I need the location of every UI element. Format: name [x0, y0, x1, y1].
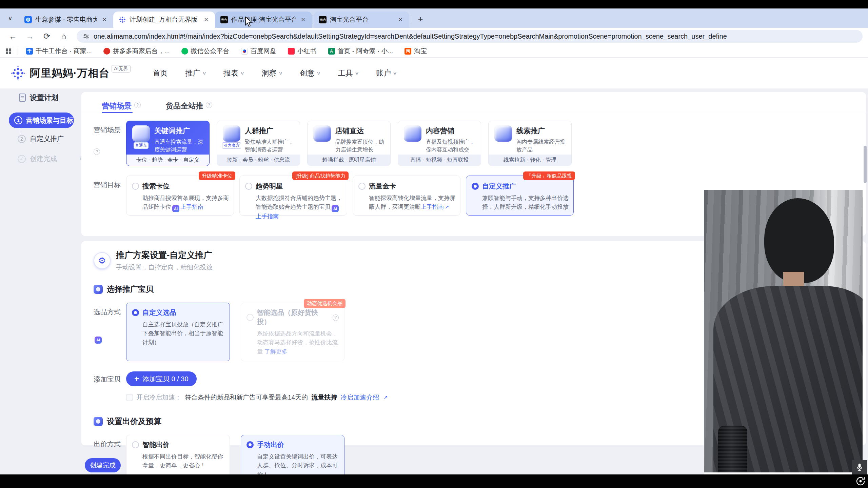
bookmark-aqisuo[interactable]: A 首页 - 阿奇索 · 小...: [328, 47, 393, 56]
scene-tags: 拉新 · 会员 · 粉丝 · 信息流: [217, 155, 300, 166]
nav-account[interactable]: 账户: [376, 68, 397, 78]
address-bar[interactable]: one.alimama.com/index.html#!/main/index?…: [77, 30, 863, 43]
goal-card-trend-star[interactable]: [升级] 商品找趋势能力 趋势明星 大数据挖掘符合店铺的趋势主题，智能选取贴合趋…: [239, 176, 347, 216]
magic-cube-icon: [223, 125, 240, 142]
radio-unselected[interactable]: [132, 183, 139, 190]
close-icon[interactable]: [202, 16, 210, 24]
brand-badge: AI无界: [112, 65, 130, 73]
apps-grid-icon[interactable]: [5, 48, 12, 54]
bookmark-pdd[interactable]: 拼多多商家后台，...: [103, 47, 170, 56]
window-top-bar: [0, 0, 868, 8]
bookmark-taobao[interactable]: 淘 淘宝: [405, 47, 427, 56]
radio-unselected[interactable]: [245, 183, 252, 190]
browser-tab-wanxiangtai-active[interactable]: 计划创建_万相台无界版: [113, 12, 215, 28]
browser-tab-guanghe-works[interactable]: 光合 作品管理-淘宝光合平台: [215, 12, 312, 28]
scene-card-leads[interactable]: 线索推广 淘内专属线索经营投放产品 线索拉新 · 转化 · 管理: [488, 121, 572, 166]
product-icon: [94, 285, 103, 294]
help-icon[interactable]: [206, 102, 212, 108]
radio-unselected[interactable]: [246, 314, 254, 321]
radio-selected[interactable]: [472, 183, 479, 190]
sidebar-step-scene-goal-active[interactable]: 1 营销场景与目标: [9, 113, 74, 128]
sidebar-step-custom-promo[interactable]: 2 自定义推广: [18, 134, 75, 143]
new-tab-icon[interactable]: [414, 12, 427, 26]
gear-icon: [94, 252, 111, 269]
goal-card-custom-promo[interactable]: 「升级」相似品跟投 自定义推广 兼顾智能与手动，支持多种出价选择；人群新升级，精…: [466, 176, 574, 216]
close-icon[interactable]: [299, 16, 307, 24]
radio-selected[interactable]: [132, 309, 139, 316]
cold-start-link[interactable]: 冷启加速介绍: [340, 393, 379, 402]
bookmark-baidupan[interactable]: 百度网盘: [241, 47, 276, 56]
url-text: one.alimama.com/index.html#!/main/index?…: [94, 33, 727, 40]
tab-sitewide-promo[interactable]: 货品全站推: [166, 101, 212, 113]
pick-option-smart[interactable]: 动态优选机会品 智能选品（原好货快投） 系统依据选品方向和流量机会，动态赛马选择…: [241, 303, 344, 361]
bookmark-qianniu[interactable]: 千 千牛工作台 · 商家...: [26, 47, 92, 56]
scrollbar-thumb[interactable]: [864, 146, 867, 183]
tune-icon: [83, 33, 90, 40]
create-complete-button[interactable]: 创建完成: [85, 458, 121, 472]
radio-unselected[interactable]: [132, 441, 139, 448]
scene-card-audience[interactable]: 引力魔方 人群推广 聚焦精准人群推广，智能消费者运营 拉新 · 会员 · 粉丝 …: [217, 121, 300, 166]
cold-start-checkbox[interactable]: [126, 394, 133, 401]
close-icon[interactable]: [396, 16, 405, 24]
divider: [18, 48, 18, 55]
close-icon[interactable]: [100, 16, 108, 24]
nav-tools[interactable]: 工具: [338, 68, 359, 78]
help-icon[interactable]: [333, 314, 339, 321]
chevron-down-icon: [355, 70, 359, 76]
chevron-down-icon: [240, 70, 244, 76]
record-sync-icon[interactable]: [855, 475, 866, 487]
scene-tags: 超强拦截 · 原明星店铺: [308, 155, 390, 166]
external-link-icon: [383, 394, 388, 401]
help-icon[interactable]: [94, 148, 100, 155]
radio-unselected[interactable]: [358, 183, 366, 190]
nav-reports[interactable]: 报表: [223, 68, 244, 78]
scene-card-shop-direct[interactable]: 店铺直达 品牌搜索置顶位，助力店铺生意增长 超强拦截 · 原明星店铺: [307, 121, 391, 166]
scene-tags: 线索拉新 · 转化 · 管理: [489, 155, 571, 166]
chevron-down-icon: [202, 70, 206, 76]
xiaohongshu-favicon: [288, 48, 295, 55]
tab-search-icon[interactable]: ∨: [3, 12, 17, 25]
help-icon[interactable]: [134, 102, 141, 108]
guide-link[interactable]: 上手指南: [421, 204, 444, 210]
tab-marketing-scene[interactable]: 营销场景: [102, 101, 141, 113]
bookmark-xiaohongshu[interactable]: 小红书: [288, 47, 317, 56]
goal-card-search-slot[interactable]: 升级精准卡位 搜索卡位 助推商品搜索首条展现，支持多商品矩阵卡位AI上手指南: [126, 176, 234, 216]
mic-indicator[interactable]: [852, 460, 867, 474]
goal-card-list: 升级精准卡位 搜索卡位 助推商品搜索首条展现，支持多商品矩阵卡位AI上手指南 […: [126, 176, 574, 216]
nav-home[interactable]: 首页: [153, 68, 168, 78]
step-number: 2: [18, 135, 26, 143]
brand[interactable]: 阿里妈妈·万相台 AI无界: [10, 65, 131, 81]
nav-promotion[interactable]: 推广: [185, 68, 206, 78]
person-face: [769, 212, 816, 280]
browser-tab-guanghe[interactable]: 光合 淘宝光合平台: [314, 12, 409, 28]
scene-card-content[interactable]: 内容营销 直播及短视频推广，促内容互动和成交 直播 · 短视频 · 短直联投: [398, 121, 481, 166]
nav-insights[interactable]: 洞察: [262, 68, 282, 78]
browser-tab-sycm[interactable]: 生意参谋 - 零售电商大数据产品: [19, 12, 113, 28]
tab-divider: [410, 15, 410, 24]
forward-icon[interactable]: →: [23, 29, 37, 43]
external-link-icon: [445, 204, 449, 210]
add-items-label: 添加宝贝: [94, 371, 126, 386]
sycm-favicon: [24, 16, 32, 23]
guide-link[interactable]: 上手指南: [256, 213, 279, 220]
step-number: 1: [14, 116, 22, 124]
guide-link[interactable]: 上手指南: [180, 204, 203, 210]
pick-mode-label: 选品方式AI: [94, 303, 126, 361]
train-icon: [132, 125, 150, 142]
learn-more-link[interactable]: 了解更多: [264, 348, 288, 355]
bookmark-wechat[interactable]: 微信公众平台: [181, 47, 230, 56]
nav-creative[interactable]: 创意: [300, 68, 320, 78]
pick-option-custom[interactable]: 自定义选品 自主选择宝贝投放（自定义推广下叠加智能出价，相当于原智能计划）: [126, 303, 230, 361]
wanxiangtai-favicon: [119, 16, 126, 23]
tab-divider: [313, 15, 313, 24]
radio-selected[interactable]: [246, 441, 254, 448]
plus-icon: [134, 374, 139, 384]
scene-card-keyword[interactable]: 直通车 关键词推广 直通车搜索流量，深度关键词运营 卡位 · 趋势 · 金卡 ·…: [126, 121, 210, 166]
reload-icon[interactable]: ⟳: [40, 29, 54, 43]
back-icon[interactable]: ←: [6, 29, 20, 43]
goal-card-traffic-gold[interactable]: 流量金卡 智能探索高转化增量流量，支持屏蔽人群，买词更清晰上手指南: [353, 176, 460, 216]
home-icon[interactable]: ⌂: [57, 29, 71, 43]
qianniu-favicon: 千: [26, 48, 33, 55]
chevron-down-icon: [316, 70, 321, 76]
add-items-button[interactable]: 添加宝贝 0 / 30: [126, 371, 197, 386]
